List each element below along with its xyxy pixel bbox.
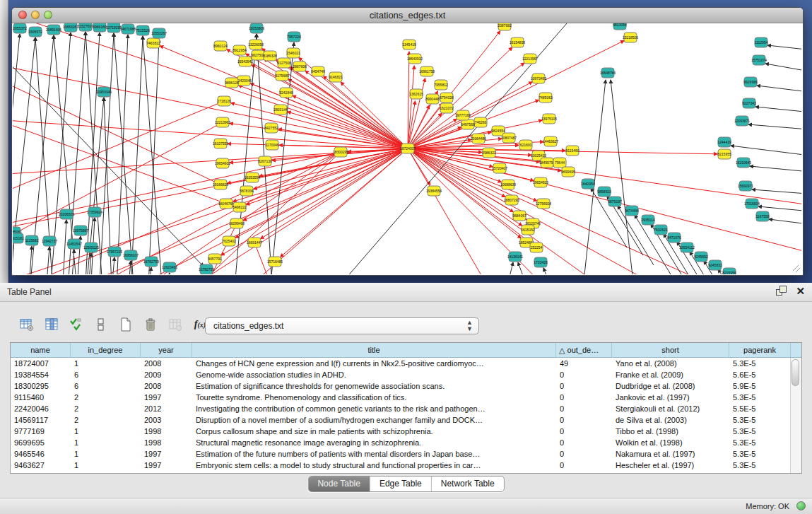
graph-node[interactable]: 9896128 [225,78,239,88]
graph-node[interactable]: 16210645 [736,158,751,168]
close-panel-icon[interactable]: ✕ [796,286,805,296]
graph-node[interactable]: 621600 [519,140,532,150]
row-height-button[interactable] [94,317,108,332]
graph-node[interactable]: 12213963 [215,117,230,127]
graph-node[interactable]: 10807487 [501,133,517,143]
graph-node[interactable]: 16958107 [123,250,139,260]
graph-node[interactable]: 7485063 [539,93,553,103]
new-table-button[interactable] [119,317,133,332]
select-rows-button[interactable] [69,317,83,332]
graph-node[interactable]: 1615152 [521,225,535,235]
graph-node[interactable]: 16782759 [143,257,159,267]
column-header[interactable]: year [141,343,192,357]
graph-node[interactable]: 9227343 [742,98,756,108]
column-header[interactable]: pagerank [729,343,791,357]
graph-node[interactable]: 2087682 [498,23,512,30]
graph-node[interactable]: 16353554 [245,173,260,182]
graph-node[interactable]: 2935114 [641,215,654,225]
network-graph[interactable]: 1872400774638228960124891295413226058982… [13,23,801,274]
graph-node[interactable]: 1505572 [28,27,42,37]
minimize-window-button[interactable] [31,11,40,19]
graph-node[interactable]: 12756928 [536,199,551,209]
network-window-titlebar[interactable]: citations_edges.txt [12,8,803,23]
graph-node[interactable]: 15751074 [751,55,767,65]
graph-node[interactable]: 9242848 [279,88,293,98]
graph-node[interactable]: 2803144 [273,105,288,115]
graph-node[interactable]: 9115460 [565,146,579,156]
graph-node[interactable]: 8186328 [263,51,277,61]
graph-node[interactable]: 10553267 [151,28,167,38]
graph-node[interactable]: 20206505 [59,209,74,219]
table-row[interactable]: 946554611997Estimation of the future num… [11,448,801,460]
graph-node[interactable]: 8215956 [722,268,736,274]
graph-node[interactable]: 10975887 [73,226,88,235]
graph-node[interactable]: 9929986 [743,77,758,87]
graph-node[interactable]: 8267130 [258,156,272,166]
graph-node[interactable]: 1733426 [534,257,548,267]
table-settings-button[interactable] [20,317,34,332]
graph-node[interactable]: 6497568 [461,119,475,129]
graph-node[interactable]: 18807293 [504,195,519,205]
graph-node[interactable]: 11451547 [66,239,82,249]
graph-node[interactable]: 9245832 [708,260,722,270]
graph-node[interactable]: 252254 [530,243,543,252]
graph-node[interactable]: 13975105 [541,114,557,124]
graph-node[interactable]: 18724007 [400,144,416,153]
graph-node[interactable]: 17957225 [107,247,122,257]
graph-node[interactable]: 9127508 [277,58,291,68]
graph-node[interactable]: 9684067 [512,211,526,221]
network-view-canvas[interactable]: 1872400774638228960124891295413226058982… [13,23,802,274]
graph-node[interactable]: 1112954 [755,37,768,47]
graph-node[interactable]: 10654112 [679,243,695,252]
show-columns-button[interactable] [45,317,59,332]
column-header[interactable]: in_degree [71,343,141,357]
graph-node[interactable]: 20891406 [46,25,61,35]
graph-node[interactable]: 1362615 [409,89,423,99]
graph-node[interactable]: 17359924 [87,207,102,217]
graph-node[interactable]: 9858923 [597,187,611,197]
graph-node[interactable]: 6966160 [93,23,107,32]
graph-node[interactable]: 7515526 [136,25,150,35]
graph-node[interactable]: 18495796 [539,158,555,168]
graph-node[interactable]: 15716485 [267,257,283,267]
graph-node[interactable]: 9175685 [275,71,289,81]
graph-node[interactable]: 746266 [474,117,487,127]
graph-node[interactable]: 5878334 [240,186,254,196]
tab-node-table[interactable]: Node Table [308,477,370,491]
graph-node[interactable]: 14463627 [543,136,558,146]
graph-node[interactable]: 16961758 [419,66,435,76]
graph-node[interactable]: 9699695 [561,167,575,177]
table-row[interactable]: 1938455462009Genome-wide association stu… [11,369,801,380]
close-window-button[interactable] [18,11,27,19]
graph-node[interactable]: 16107553 [213,139,228,148]
graph-node[interactable]: 9146821 [329,72,343,82]
delete-table-button[interactable] [143,317,158,332]
graph-node[interactable]: 1170046 [265,140,278,150]
graph-node[interactable]: 8215955 [717,149,731,159]
graph-node[interactable]: 10688639 [500,180,516,189]
graph-node[interactable]: 19654932 [215,158,230,168]
graph-node[interactable]: 7463822 [146,38,160,48]
graph-node[interactable]: 10653267 [63,23,78,32]
graph-node[interactable]: 16543942 [237,57,253,66]
graph-node[interactable]: 15692971 [738,181,753,191]
graph-node[interactable]: 1167558 [755,211,769,221]
table-row[interactable]: 969969511998Structural magnetic resonanc… [11,437,801,448]
graph-node[interactable]: 19777169 [455,110,471,120]
graph-node[interactable]: 1244419 [717,137,731,147]
column-header[interactable]: title [192,343,556,357]
table-row[interactable]: 911546021997Tourette syndrome. Phenomeno… [11,392,801,403]
table-row[interactable]: 2242004622012Investigating the contribut… [11,403,801,414]
graph-node[interactable]: 10782759 [199,264,214,274]
graph-node[interactable]: 16099468 [229,218,245,228]
graph-node[interactable]: 4813054 [613,23,627,30]
graph-node[interactable]: 16046766 [218,199,234,209]
graph-node[interactable]: 17016504 [744,199,760,209]
graph-node[interactable]: 19384554 [426,186,442,196]
graph-node[interactable]: 20364486 [471,134,486,144]
graph-node[interactable]: 3915181 [13,233,24,243]
graph-node[interactable]: 7955812 [434,80,448,90]
graph-node[interactable]: 8471676 [667,233,681,243]
graph-node[interactable]: 6794028 [440,93,454,103]
graph-node[interactable]: 19654923 [533,177,548,187]
